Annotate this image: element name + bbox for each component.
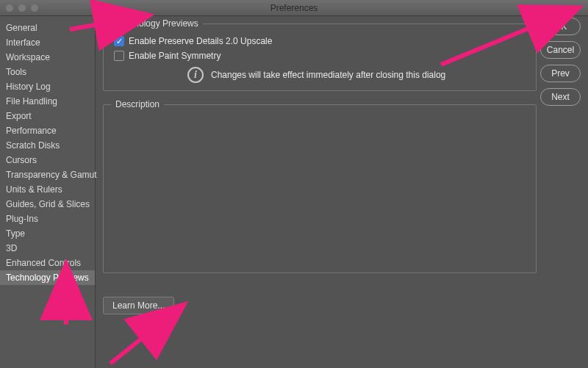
learn-more-button[interactable]: Learn More...: [103, 297, 174, 314]
prev-button[interactable]: Prev: [540, 65, 581, 82]
titlebar: Preferences: [0, 0, 588, 16]
sidebar-item-enhanced-controls[interactable]: Enhanced Controls: [0, 256, 95, 270]
sidebar-item-type[interactable]: Type: [0, 226, 95, 241]
sidebar-item-3d[interactable]: 3D: [0, 241, 95, 256]
checkbox-row-paint-symmetry[interactable]: Enable Paint Symmetry: [114, 51, 526, 61]
checkbox-paint-symmetry[interactable]: [114, 51, 124, 61]
sidebar-item-general[interactable]: General: [0, 21, 95, 35]
info-text: Changes will take effect immediately aft…: [211, 70, 445, 80]
ok-button[interactable]: OK: [540, 18, 581, 35]
group-title: Technology Previews: [111, 18, 203, 29]
checkbox-preserve-details[interactable]: ✓: [114, 36, 124, 46]
minimize-icon[interactable]: [18, 4, 26, 12]
sidebar-item-technology-previews[interactable]: Technology Previews: [0, 270, 95, 285]
close-icon[interactable]: [6, 4, 13, 12]
sidebar: GeneralInterfaceWorkspaceToolsHistory Lo…: [0, 16, 96, 368]
sidebar-item-transparency-gamut[interactable]: Transparency & Gamut: [0, 167, 95, 182]
window-title: Preferences: [270, 3, 318, 13]
sidebar-item-plug-ins[interactable]: Plug-Ins: [0, 212, 95, 226]
checkbox-label: Enable Paint Symmetry: [129, 51, 220, 61]
checkbox-label: Enable Preserve Details 2.0 Upscale: [129, 36, 272, 46]
sidebar-item-export[interactable]: Export: [0, 109, 95, 123]
info-icon: i: [187, 67, 204, 83]
sidebar-item-scratch-disks[interactable]: Scratch Disks: [0, 138, 95, 153]
sidebar-item-units-rulers[interactable]: Units & Rulers: [0, 182, 95, 197]
window-controls: [6, 0, 38, 16]
description-title: Description: [111, 99, 164, 109]
sidebar-item-interface[interactable]: Interface: [0, 35, 95, 50]
sidebar-item-history-log[interactable]: History Log: [0, 79, 95, 94]
cancel-button[interactable]: Cancel: [540, 41, 581, 59]
main-panel: Technology Previews ✓ Enable Preserve De…: [96, 16, 588, 368]
sidebar-item-tools[interactable]: Tools: [0, 65, 95, 79]
group-technology-previews: Technology Previews ✓ Enable Preserve De…: [103, 24, 537, 91]
sidebar-item-performance[interactable]: Performance: [0, 123, 95, 138]
sidebar-item-cursors[interactable]: Cursors: [0, 153, 95, 167]
info-row: i Changes will take effect immediately a…: [187, 67, 526, 83]
zoom-icon[interactable]: [31, 4, 38, 12]
next-button[interactable]: Next: [540, 88, 581, 106]
sidebar-item-guides-grid-slices[interactable]: Guides, Grid & Slices: [0, 197, 95, 212]
dialog-buttons: OK Cancel Prev Next: [540, 18, 581, 106]
group-description: Description: [103, 104, 537, 273]
sidebar-item-workspace[interactable]: Workspace: [0, 50, 95, 65]
sidebar-item-file-handling[interactable]: File Handling: [0, 94, 95, 109]
checkbox-row-preserve-details[interactable]: ✓ Enable Preserve Details 2.0 Upscale: [114, 36, 526, 46]
